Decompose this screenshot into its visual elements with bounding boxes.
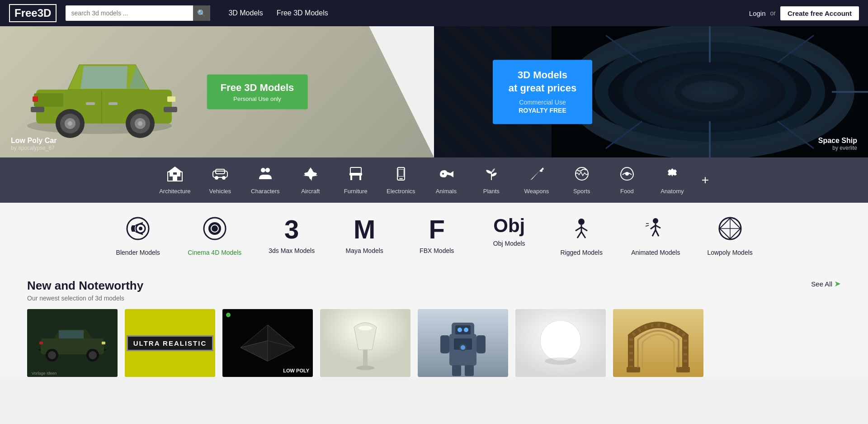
rigged-icon xyxy=(569,216,594,244)
create-account-button[interactable]: Create free Account xyxy=(780,6,859,20)
electronics-icon xyxy=(393,166,409,185)
category-aircraft[interactable]: Aircraft xyxy=(290,163,331,197)
model-type-obj[interactable]: Obj Obj Models xyxy=(486,216,532,256)
svg-rect-4 xyxy=(31,107,44,112)
svg-rect-17 xyxy=(167,96,175,102)
svg-point-115 xyxy=(461,345,465,350)
nav-3d-models[interactable]: 3D Models xyxy=(228,9,263,17)
category-architecture[interactable]: Architecture xyxy=(155,163,195,197)
car-model-author: by apocalypse_67 xyxy=(11,145,57,151)
svg-point-109 xyxy=(464,328,468,332)
category-electronics[interactable]: Electronics xyxy=(381,163,421,197)
animated-label: Animated Models xyxy=(631,249,680,256)
card-wood-arch[interactable] xyxy=(613,309,703,377)
card-vintage-car[interactable]: Vorlage Ideen xyxy=(27,309,118,377)
header: Free3D 🔍 3D Models Free 3D Models Login … xyxy=(0,0,868,26)
category-plants[interactable]: Plants xyxy=(471,163,512,197)
anatomy-icon xyxy=(664,166,680,185)
svg-point-108 xyxy=(458,328,462,332)
svg-rect-15 xyxy=(86,102,95,105)
model-type-cinema4d[interactable]: Cinema 4D Models xyxy=(188,216,241,256)
card-lowpoly-dark[interactable]: LOW POLY xyxy=(222,309,313,377)
svg-rect-16 xyxy=(108,102,118,105)
category-characters[interactable]: Characters xyxy=(245,163,286,197)
model-type-maya[interactable]: M Maya Models xyxy=(342,216,387,256)
svg-point-118 xyxy=(550,330,561,338)
3dsmax-label: 3ds Max Models xyxy=(269,247,315,254)
logo[interactable]: Free3D xyxy=(9,4,57,22)
great-prices-box[interactable]: 3D Models at great prices Commercial Use… xyxy=(493,60,592,124)
noteworthy-subtitle: Our newest selection of 3d models xyxy=(27,295,143,302)
furniture-label: Furniture xyxy=(344,188,368,195)
svg-line-75 xyxy=(656,225,660,228)
nav-free-3d-models[interactable]: Free 3D Models xyxy=(277,9,328,17)
lowpoly-icon xyxy=(718,216,742,244)
svg-point-60 xyxy=(139,227,142,230)
category-animals[interactable]: Animals xyxy=(426,163,467,197)
svg-line-70 xyxy=(577,232,581,238)
hero-left: Free 3D Models Personal Use only Low Pol… xyxy=(0,26,434,157)
great-prices-title-line1: 3D Models xyxy=(505,69,580,82)
card-robot[interactable] xyxy=(418,309,508,377)
aircraft-label: Aircraft xyxy=(301,188,320,195)
blender-icon xyxy=(126,216,150,244)
svg-point-41 xyxy=(222,176,226,180)
plants-icon xyxy=(483,166,500,185)
svg-line-68 xyxy=(576,227,581,231)
search-button[interactable]: 🔍 xyxy=(193,5,210,21)
noteworthy-header: New and Noteworthy Our newest selection … xyxy=(27,279,841,302)
svg-point-64 xyxy=(208,222,221,235)
model-type-fbx[interactable]: F FBX Models xyxy=(414,216,459,256)
vehicles-label: Vehicles xyxy=(209,188,231,195)
characters-icon xyxy=(257,166,274,185)
anatomy-label: Anatomy xyxy=(660,188,684,195)
category-food[interactable]: Food xyxy=(607,163,647,197)
see-all-button[interactable]: See All ➤ xyxy=(811,279,841,289)
card-ultra-realistic[interactable]: ULTRA REALISTIC xyxy=(125,309,215,377)
svg-rect-111 xyxy=(476,335,486,353)
card-lamp[interactable] xyxy=(320,309,410,377)
category-vehicles[interactable]: Vehicles xyxy=(200,163,241,197)
svg-line-79 xyxy=(646,225,649,226)
sports-icon xyxy=(574,166,590,185)
model-type-animated[interactable]: Animated Models xyxy=(631,216,680,256)
more-categories-button[interactable]: + xyxy=(697,168,713,192)
svg-rect-35 xyxy=(177,172,180,176)
model-type-blender[interactable]: Blender Models xyxy=(115,216,160,256)
sports-label: Sports xyxy=(573,188,590,195)
model-type-rigged[interactable]: Rigged Models xyxy=(559,216,604,256)
spaceship-model-name: Space Ship xyxy=(818,137,857,145)
svg-point-55 xyxy=(442,173,444,175)
category-anatomy[interactable]: Anatomy xyxy=(652,163,693,197)
svg-rect-110 xyxy=(440,335,449,353)
category-sports[interactable]: Sports xyxy=(561,163,602,197)
ultra-realistic-badge: ULTRA REALISTIC xyxy=(127,335,214,351)
free-models-badge[interactable]: Free 3D Models Personal Use only xyxy=(207,75,308,110)
card-white-object[interactable] xyxy=(515,309,606,377)
lowpoly-card-label: LOW POLY xyxy=(283,368,309,373)
svg-rect-86 xyxy=(59,330,84,338)
search-input[interactable] xyxy=(66,5,193,21)
architecture-label: Architecture xyxy=(159,188,190,195)
login-link[interactable]: Login xyxy=(749,10,766,17)
obj-label: Obj Models xyxy=(493,240,525,247)
svg-rect-54 xyxy=(398,169,404,176)
plants-label: Plants xyxy=(483,188,500,195)
lowpoly-label: Lowpoly Models xyxy=(707,249,752,256)
model-type-3dsmax[interactable]: 3 3ds Max Models xyxy=(269,216,315,256)
svg-rect-53 xyxy=(399,178,403,179)
category-furniture[interactable]: Furniture xyxy=(335,163,376,197)
food-label: Food xyxy=(620,188,634,195)
svg-line-69 xyxy=(581,227,587,231)
see-all-label: See All xyxy=(811,280,832,288)
commercial-use-label: Commercial Use xyxy=(505,98,580,106)
free-models-label: Free 3D Models xyxy=(221,82,294,94)
svg-line-76 xyxy=(652,230,656,236)
category-weapons[interactable]: Weapons xyxy=(516,163,557,197)
svg-point-88 xyxy=(48,351,56,359)
electronics-label: Electronics xyxy=(387,188,415,195)
svg-point-9 xyxy=(68,121,72,126)
svg-rect-36 xyxy=(173,175,177,181)
svg-line-71 xyxy=(581,232,585,238)
model-type-lowpoly[interactable]: Lowpoly Models xyxy=(707,216,752,256)
